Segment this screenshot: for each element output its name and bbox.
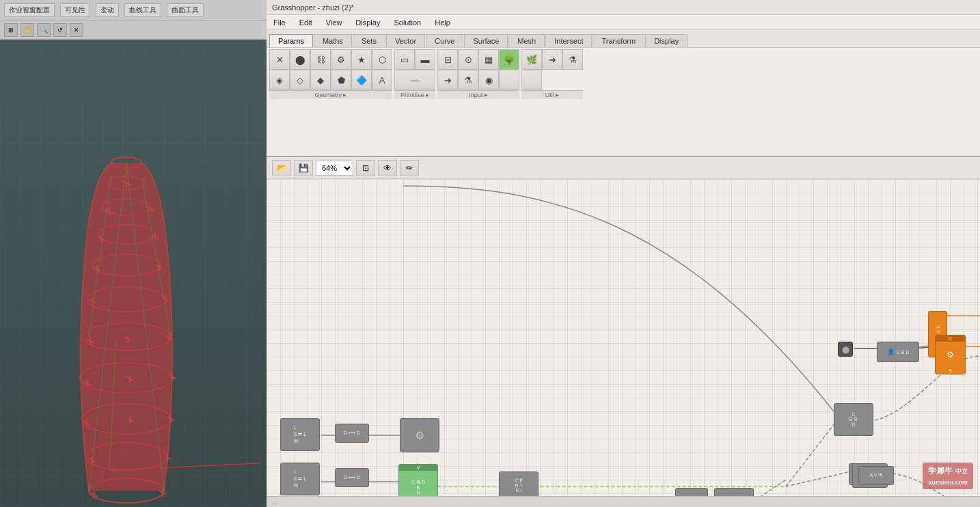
viewport-config-btn[interactable]: 作业视窗配置	[4, 3, 55, 17]
geo-btn-4[interactable]: ⚙	[331, 49, 351, 70]
menu-file[interactable]: File	[267, 17, 292, 28]
viewport-icons: ⊞ ✋ 🔍 ↺ ✕	[0, 20, 267, 40]
svg-line-69	[786, 471, 851, 487]
open-file-btn[interactable]: 📂	[272, 160, 291, 176]
gh-toolbar: ✕ ⬤ ⛓ ⚙ ★ ⬡ ◈ ◇ ◆ ⬟ 🔷 A Geometry ▸	[267, 48, 980, 157]
primitive-label: Primitive ▸	[394, 90, 435, 99]
tab-mesh[interactable]: Mesh	[508, 34, 545, 47]
node-au[interactable]: AU	[675, 488, 708, 496]
prim-btn-2[interactable]: ▬	[415, 49, 435, 70]
curve-tools-btn[interactable]: 曲线工具	[124, 3, 161, 17]
util-btn-4[interactable]	[521, 70, 542, 90]
node-orange-2[interactable]: C ⚙ S	[935, 335, 966, 374]
zoom-select[interactable]: 64% 25% 50% 75% 100%	[316, 161, 353, 176]
app-title: Grasshopper - zhuzi (2)*	[272, 3, 354, 12]
input-label: Input ▸	[437, 90, 519, 99]
close-viewport-icon[interactable]: ✕	[70, 23, 83, 37]
grasshopper-panel: Grasshopper - zhuzi (2)* File Edit View …	[267, 0, 980, 507]
util-btn-2[interactable]: ➜	[542, 49, 562, 70]
tab-display[interactable]: Display	[645, 34, 688, 47]
tab-params[interactable]: Params	[269, 34, 313, 47]
geometry-section: ✕ ⬤ ⛓ ⚙ ★ ⬡ ◈ ◇ ◆ ⬟ 🔷 A Geometry ▸	[269, 49, 392, 99]
inp-btn-8[interactable]	[499, 70, 519, 90]
geo-btn-3[interactable]: ⛓	[310, 49, 331, 70]
inp-btn-7[interactable]: ◉	[478, 70, 499, 90]
inp-btn-3[interactable]: ▦	[478, 49, 499, 70]
viewport-grid	[0, 40, 267, 506]
primitive-section: ▭ ▬ — Primitive ▸	[394, 49, 435, 99]
geo-btn-6[interactable]: ⬡	[372, 49, 392, 70]
surface-tools-btn[interactable]: 曲面工具	[167, 3, 204, 17]
geometry-label: Geometry ▸	[269, 90, 392, 99]
tab-sets[interactable]: Sets	[353, 34, 385, 47]
svg-line-68	[786, 420, 837, 487]
geo-btn-9[interactable]: ◆	[310, 70, 331, 90]
geo-btn-11[interactable]: 🔷	[351, 70, 372, 90]
perspective-icon[interactable]: ⊞	[4, 23, 18, 37]
viewport-canvas	[0, 40, 267, 506]
tab-transform[interactable]: Transform	[593, 34, 644, 47]
connections-svg	[267, 179, 980, 496]
node-cnk[interactable]: C PN TK I	[499, 471, 539, 496]
watermark: 学犀牛 中文 xuexiniu.com	[923, 463, 973, 489]
input-section: ⊟ ⊙ ▦ 🌳 ➜ ⚗ ◉ Input ▸	[437, 49, 519, 99]
transform-btn[interactable]: 变动	[96, 3, 119, 17]
util-label: Util ▸	[521, 90, 583, 99]
inp-btn-4[interactable]: 🌳	[499, 49, 519, 70]
menu-bar: File Edit View Display Solution Help	[267, 15, 980, 30]
bottom-bar: ...	[267, 496, 980, 507]
fit-view-btn[interactable]: ⊡	[356, 160, 375, 176]
node-slider-1[interactable]: LS ⇌ LW	[280, 418, 320, 451]
prim-btn-3[interactable]: —	[394, 70, 435, 90]
geo-btn-7[interactable]: ◈	[269, 70, 290, 90]
canvas-toolbar: 📂 💾 64% 25% 50% 75% 100% ⊡ 👁 ✏	[267, 157, 980, 179]
inp-btn-1[interactable]: ⊟	[437, 49, 458, 70]
node-slider-2[interactable]: LS ⇌ LW	[280, 463, 320, 495]
node-domain-2[interactable]: D ⟷ D	[335, 468, 369, 487]
node-cbd[interactable]: CB ⚙D	[834, 403, 873, 436]
inp-btn-6[interactable]: ⚗	[458, 70, 478, 90]
menu-view[interactable]: View	[319, 17, 349, 28]
eye-btn[interactable]: 👁	[378, 160, 397, 176]
node-v-remap[interactable]: V ⇌ V	[714, 488, 754, 496]
tab-bar: Params Maths Sets Vector Curve Surface M…	[267, 30, 980, 48]
geo-btn-2[interactable]: ⬤	[290, 49, 310, 70]
tab-maths[interactable]: Maths	[314, 34, 352, 47]
tab-surface[interactable]: Surface	[464, 34, 508, 47]
tab-vector[interactable]: Vector	[386, 34, 425, 47]
status-text: ...	[272, 499, 277, 506]
node-v-remap-2[interactable]: A V ⚗	[858, 466, 894, 485]
tab-intersect[interactable]: Intersect	[545, 34, 592, 47]
inp-btn-5[interactable]: ➜	[437, 70, 458, 90]
zoom-icon[interactable]: 🔍	[37, 23, 51, 37]
prim-btn-1[interactable]: ▭	[394, 49, 415, 70]
pan-icon[interactable]: ✋	[21, 23, 34, 37]
save-file-btn[interactable]: 💾	[294, 160, 313, 176]
geo-btn-1[interactable]: ✕	[269, 49, 290, 70]
title-bar: Grasshopper - zhuzi (2)*	[267, 0, 980, 15]
menu-edit[interactable]: Edit	[292, 17, 319, 28]
node-dark-small[interactable]: ⬤	[838, 342, 853, 357]
gh-canvas[interactable]: LS ⇌ LW LS ⇌ LW D ⟷ D D ⟷ D ⚙ V C ⚙ DKD …	[267, 179, 980, 496]
geo-btn-8[interactable]: ◇	[290, 70, 310, 90]
util-btn-1[interactable]: 🌿	[521, 49, 542, 70]
menu-solution[interactable]: Solution	[387, 17, 428, 28]
menu-display[interactable]: Display	[349, 17, 387, 28]
inp-btn-2[interactable]: ⊙	[458, 49, 478, 70]
visibility-btn[interactable]: 可见性	[60, 3, 90, 17]
geo-btn-5[interactable]: ★	[351, 49, 372, 70]
util-section: 🌿 ➜ ⚗ Util ▸	[521, 49, 583, 99]
node-domain-1[interactable]: D ⟷ D	[335, 424, 369, 443]
tab-curve[interactable]: Curve	[426, 34, 463, 47]
geo-btn-10[interactable]: ⬟	[331, 70, 351, 90]
rotate-icon[interactable]: ↺	[53, 23, 67, 37]
svg-line-72	[755, 480, 786, 496]
geo-btn-12[interactable]: A	[372, 70, 392, 90]
node-with-person[interactable]: 👤 C B D	[877, 342, 919, 362]
node-gear-1[interactable]: ⚙	[400, 418, 439, 452]
viewport-panel: 作业视窗配置 可见性 变动 曲线工具 曲面工具 ⊞ ✋ 🔍 ↺ ✕	[0, 0, 267, 507]
util-btn-3[interactable]: ⚗	[562, 49, 583, 70]
node-green[interactable]: V C ⚙ DKD	[398, 464, 438, 496]
menu-help[interactable]: Help	[428, 17, 457, 28]
pen-btn[interactable]: ✏	[400, 160, 419, 176]
